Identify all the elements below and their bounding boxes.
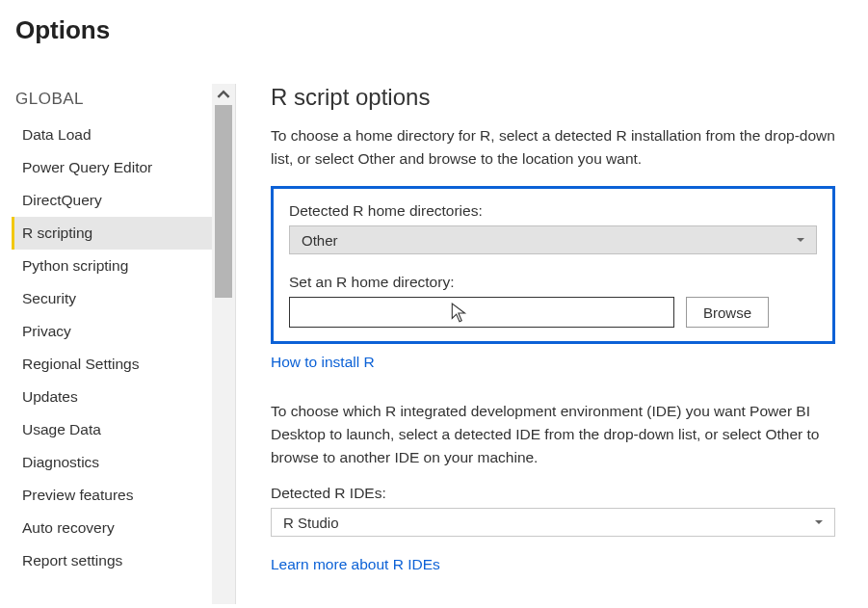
page-title: Options: [15, 15, 856, 45]
vertical-divider: [235, 84, 236, 604]
chevron-down-icon: [797, 238, 804, 242]
sidebar-item-r-scripting[interactable]: R scripting: [12, 217, 212, 250]
detected-ide-label: Detected R IDEs:: [271, 485, 835, 502]
r-home-input[interactable]: [289, 297, 674, 328]
sidebar-item-power-query-editor[interactable]: Power Query Editor: [12, 151, 212, 184]
sidebar-item-auto-recovery[interactable]: Auto recovery: [12, 512, 212, 544]
detected-ide-value: R Studio: [283, 515, 339, 531]
sidebar-item-data-load[interactable]: Data Load: [12, 119, 212, 151]
content-intro: To choose a home directory for R, select…: [271, 124, 835, 171]
browse-button[interactable]: Browse: [686, 297, 769, 328]
sidebar-item-directquery[interactable]: DirectQuery: [12, 184, 212, 217]
content-heading: R script options: [271, 84, 835, 111]
sidebar: GLOBAL Data Load Power Query Editor Dire…: [12, 84, 212, 604]
sidebar-item-usage-data[interactable]: Usage Data: [12, 413, 212, 446]
detected-ide-dropdown[interactable]: R Studio: [271, 508, 835, 537]
chevron-down-icon: [815, 520, 823, 524]
ide-intro: To choose which R integrated development…: [271, 400, 835, 469]
set-home-label: Set an R home directory:: [289, 274, 817, 291]
detected-home-value: Other: [302, 232, 338, 249]
scroll-track[interactable]: [212, 105, 235, 604]
sidebar-item-preview-features[interactable]: Preview features: [12, 479, 212, 512]
sidebar-item-python-scripting[interactable]: Python scripting: [12, 250, 212, 282]
detected-home-label: Detected R home directories:: [289, 202, 817, 220]
how-to-install-r-link[interactable]: How to install R: [271, 354, 375, 371]
detected-home-dropdown[interactable]: Other: [289, 225, 817, 254]
content-pane: R script options To choose a home direct…: [242, 84, 856, 604]
scroll-thumb[interactable]: [215, 105, 232, 298]
sidebar-item-report-settings[interactable]: Report settings: [12, 544, 212, 577]
sidebar-item-privacy[interactable]: Privacy: [12, 315, 212, 348]
sidebar-item-diagnostics[interactable]: Diagnostics: [12, 446, 212, 479]
sidebar-section-global: GLOBAL: [12, 84, 212, 119]
sidebar-item-updates[interactable]: Updates: [12, 381, 212, 413]
sidebar-scrollbar[interactable]: [212, 84, 235, 604]
scroll-up-icon[interactable]: [212, 84, 235, 105]
sidebar-item-security[interactable]: Security: [12, 282, 212, 315]
r-home-highlight-box: Detected R home directories: Other Set a…: [271, 186, 835, 344]
learn-more-ides-link[interactable]: Learn more about R IDEs: [271, 556, 440, 573]
sidebar-item-regional-settings[interactable]: Regional Settings: [12, 348, 212, 381]
